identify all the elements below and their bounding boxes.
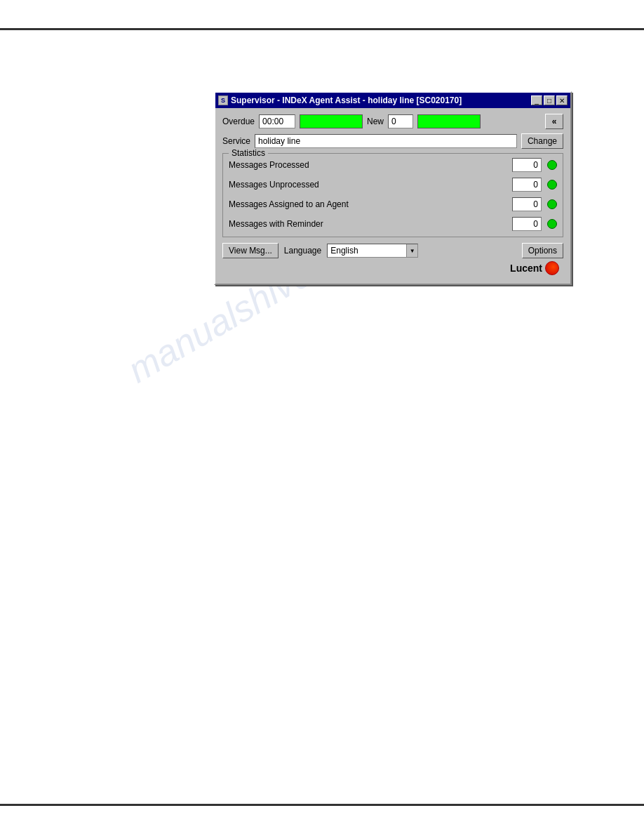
dropdown-arrow-icon[interactable]: ▼	[406, 244, 417, 257]
language-value: English	[328, 246, 406, 256]
change-button[interactable]: Change	[521, 133, 563, 149]
stat-row-2: Messages Assigned to an Agent 0	[229, 197, 557, 211]
bottom-rule	[0, 804, 644, 806]
stat-dot-3	[547, 219, 557, 229]
dialog-title: Supervisor - INDeX Agent Assist - holida…	[231, 95, 462, 105]
stat-label-3: Messages with Reminder	[229, 219, 507, 229]
overdue-label: Overdue	[222, 117, 255, 126]
service-row: Service holiday line Change	[222, 133, 563, 149]
top-rule	[0, 28, 644, 30]
new-green-bar	[417, 114, 481, 128]
statistics-group: Statistics Messages Processed 0 Messages…	[222, 153, 563, 237]
language-dropdown[interactable]: English ▼	[327, 244, 418, 258]
overdue-green-bar	[300, 114, 363, 128]
minimize-button[interactable]: _	[531, 95, 542, 105]
service-label: Service	[222, 136, 250, 146]
lucent-logo-icon	[545, 261, 559, 275]
stat-label-0: Messages Processed	[229, 160, 507, 170]
language-label: Language	[284, 246, 321, 256]
stat-dot-0	[547, 160, 557, 170]
statistics-label: Statistics	[229, 148, 268, 158]
stat-value-3: 0	[512, 217, 542, 231]
title-buttons: _ □ ✕	[531, 95, 568, 105]
view-msg-button[interactable]: View Msg...	[222, 243, 279, 258]
options-button[interactable]: Options	[522, 243, 563, 258]
stat-row-1: Messages Unprocessed 0	[229, 178, 557, 192]
bottom-row: View Msg... Language English ▼ Options	[222, 243, 563, 258]
close-button[interactable]: ✕	[556, 95, 568, 105]
overdue-new-row: Overdue 00:00 New 0 «	[222, 114, 563, 129]
stat-value-0: 0	[512, 158, 542, 172]
stat-value-1: 0	[512, 178, 542, 192]
overdue-time-field: 00:00	[259, 114, 295, 128]
stat-value-2: 0	[512, 197, 542, 211]
maximize-button[interactable]: □	[544, 95, 555, 105]
new-count-field: 0	[388, 114, 413, 128]
stat-row-0: Messages Processed 0	[229, 158, 557, 172]
lucent-text: Lucent	[510, 263, 542, 274]
back-button[interactable]: «	[545, 114, 563, 129]
stat-row-3: Messages with Reminder 0	[229, 217, 557, 231]
stat-label-2: Messages Assigned to an Agent	[229, 199, 507, 209]
dialog-body: Overdue 00:00 New 0 « Service holiday li…	[215, 108, 570, 284]
lucent-area: Lucent	[222, 258, 563, 278]
stat-dot-1	[547, 180, 557, 190]
new-label: New	[367, 117, 384, 126]
title-bar: S Supervisor - INDeX Agent Assist - holi…	[215, 93, 570, 108]
dialog-window: S Supervisor - INDeX Agent Assist - holi…	[214, 91, 572, 285]
app-icon: S	[218, 95, 228, 105]
stat-dot-2	[547, 199, 557, 209]
stat-label-1: Messages Unprocessed	[229, 180, 507, 190]
service-field: holiday line	[255, 134, 517, 148]
title-bar-left: S Supervisor - INDeX Agent Assist - holi…	[218, 95, 462, 105]
